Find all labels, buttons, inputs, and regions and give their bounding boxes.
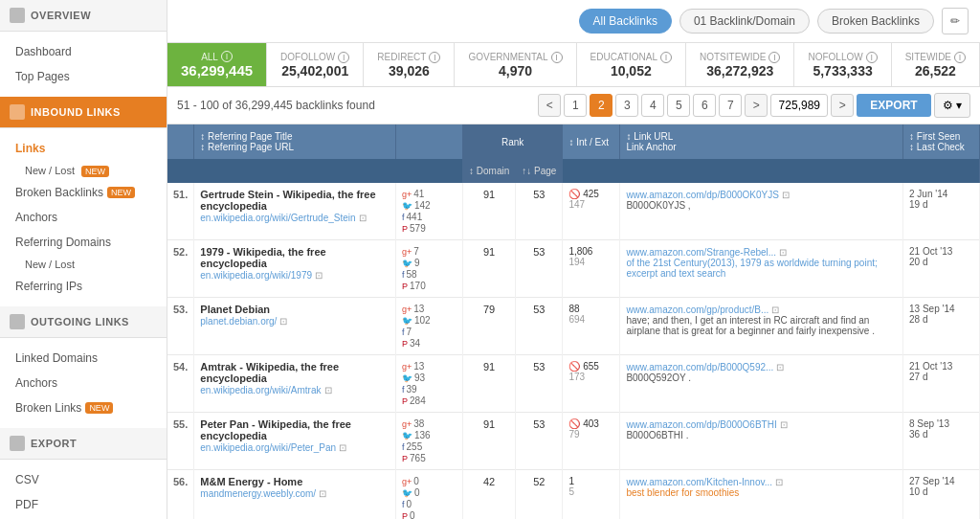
pinterest-icon: P: [402, 282, 408, 291]
page-url[interactable]: en.wikipedia.org/wiki/1979 ⊡: [200, 269, 390, 281]
twitter-count: 9: [414, 258, 420, 268]
educational-info-icon[interactable]: i: [660, 52, 672, 63]
dates-cell: 13 Sep '14 28 d: [903, 298, 980, 355]
page-title: 1979 - Wikipedia, the free encyclopedia: [200, 246, 390, 269]
stat-dofollow[interactable]: DOFOLLOW i 25,402,001: [267, 43, 364, 86]
link-icon: ⊡: [782, 190, 790, 200]
sidebar-item-pdf[interactable]: PDF: [0, 492, 167, 517]
export-icon: [10, 436, 25, 451]
pinterest-count: 284: [410, 395, 426, 406]
sidebar-item-anchors2[interactable]: Anchors: [0, 371, 167, 395]
page-4-btn[interactable]: 4: [641, 94, 664, 117]
col-referring-page[interactable]: ↕ Referring Page Title ↕ Referring Page …: [194, 124, 396, 159]
one-backlink-tab[interactable]: 01 Backlink/Domain: [679, 9, 810, 34]
stat-all[interactable]: ALL i 36,299,445: [167, 43, 267, 86]
page-url[interactable]: mandmenergy.weebly.com/ ⊡: [200, 487, 390, 499]
link-url-cell[interactable]: www.amazon.com/Strange-Rebel... ⊡: [626, 246, 897, 258]
redirect-info-icon[interactable]: i: [429, 52, 440, 63]
pinterest-icon: P: [402, 339, 408, 349]
external-link-icon: ⊡: [319, 488, 326, 499]
sidebar-sub-new-lost2[interactable]: New / Lost: [0, 255, 167, 274]
stat-educational[interactable]: EDUCATIONAL i 10,052: [577, 43, 686, 86]
sidebar-item-broken-links[interactable]: Broken Links NEW: [0, 395, 167, 420]
first-seen-header: ↕ First Seen: [909, 131, 960, 142]
link-url-cell[interactable]: www.amazon.com/Kitchen-Innov... ⊡: [626, 476, 897, 487]
sidebar-item-csv[interactable]: CSV: [0, 467, 167, 492]
page-url[interactable]: en.wikipedia.org/wiki/Peter_Pan ⊡: [200, 441, 390, 453]
dates-cell: 27 Sep '14 10 d: [903, 470, 980, 520]
page-info: Peter Pan - Wikipedia, the free encyclop…: [194, 413, 396, 470]
page-url[interactable]: en.wikipedia.org/wiki/Amtrak ⊡: [200, 384, 390, 395]
stat-notsitewide[interactable]: NOTSITEWIDE i 36,272,923: [686, 43, 794, 86]
educational-value: 10,052: [611, 63, 652, 79]
export-button[interactable]: EXPORT: [857, 94, 930, 117]
notsitewide-info-icon[interactable]: i: [768, 52, 780, 63]
link-anchor-cell: B000OK0YJS ,: [626, 200, 897, 211]
twitter-count: 102: [414, 315, 431, 326]
table-header-row: ↕ Referring Page Title ↕ Referring Page …: [167, 124, 980, 159]
all-info-icon[interactable]: i: [221, 51, 233, 62]
sidebar-item-dashboard[interactable]: Dashboard: [0, 39, 167, 64]
link-url-cell[interactable]: www.amazon.com/gp/product/B... ⊡: [626, 304, 897, 315]
col-int-ext[interactable]: ↕ Int / Ext: [563, 124, 620, 159]
page-info: M&M Energy - Home mandmenergy.weebly.com…: [194, 470, 396, 520]
settings-button[interactable]: ⚙ ▾: [934, 93, 970, 118]
sidebar-item-broken-backlinks[interactable]: Broken Backlinks NEW: [0, 180, 167, 205]
page-2-btn[interactable]: 2: [590, 94, 612, 117]
nofollow-info-icon[interactable]: i: [866, 52, 878, 63]
all-backlinks-tab[interactable]: All Backlinks: [579, 9, 672, 34]
first-seen: 21 Oct '13: [909, 246, 973, 257]
col-rank: Rank: [463, 124, 563, 159]
link-icon: ⊡: [775, 477, 783, 487]
sidebar-item-top-pages[interactable]: Top Pages: [0, 64, 167, 89]
page-7-btn[interactable]: 7: [719, 94, 742, 117]
sitewide-info-icon[interactable]: i: [954, 52, 966, 63]
dofollow-info-icon[interactable]: i: [338, 52, 349, 63]
stat-redirect[interactable]: REDIRECT i 39,026: [364, 43, 455, 86]
page-6-btn[interactable]: 6: [693, 94, 716, 117]
link-url-cell[interactable]: www.amazon.com/dp/B000OK0YJS ⊡: [626, 189, 897, 200]
page-3-btn[interactable]: 3: [615, 94, 638, 117]
broken-backlinks-tab[interactable]: Broken Backlinks: [817, 9, 934, 34]
page-url[interactable]: en.wikipedia.org/wiki/Gertrude_Stein ⊡: [200, 212, 390, 223]
page-next-btn[interactable]: >: [745, 94, 768, 117]
page-5-btn[interactable]: 5: [667, 94, 690, 117]
facebook-icon: f: [402, 213, 405, 222]
sidebar-item-links[interactable]: Links: [0, 136, 167, 161]
governmental-info-icon[interactable]: i: [551, 52, 563, 63]
google-count: 0: [413, 476, 419, 486]
stat-governmental[interactable]: GOVERNMENTAL i 4,970: [455, 43, 576, 86]
col-link-url[interactable]: ↕ Link URL Link Anchor: [620, 124, 903, 159]
sidebar-item-linked-domains[interactable]: Linked Domains: [0, 346, 167, 371]
stat-sitewide[interactable]: SITEWIDE i 26,522: [892, 43, 980, 86]
referring-ips-label: Referring IPs: [15, 280, 82, 293]
twitter-count: 0: [414, 487, 420, 498]
main-content: All Backlinks 01 Backlink/Domain Broken …: [167, 0, 980, 519]
sidebar-item-referring-ips[interactable]: Referring IPs: [0, 274, 167, 299]
sidebar-item-anchors[interactable]: Anchors: [0, 205, 167, 230]
broken-new-badge: NEW: [107, 187, 135, 198]
page-url[interactable]: planet.debian.org/ ⊡: [200, 315, 390, 327]
page-prev-btn[interactable]: <: [538, 94, 561, 117]
last-check-header: ↕ Last Check: [909, 142, 965, 152]
facebook-icon: f: [402, 500, 405, 509]
page-1-btn[interactable]: 1: [564, 94, 587, 117]
page-title: M&M Energy - Home: [200, 476, 390, 487]
link-url-cell[interactable]: www.amazon.com/dp/B000O6BTHI ⊡: [626, 418, 897, 430]
edit-button[interactable]: ✏: [942, 8, 969, 34]
anchors-label: Anchors: [15, 211, 57, 224]
twitter-count: 136: [414, 430, 431, 440]
referring-domains-label: Referring Domains: [15, 236, 111, 249]
page-number-input[interactable]: [770, 94, 828, 117]
link-url-cell[interactable]: www.amazon.com/dp/B000Q592... ⊡: [626, 361, 897, 372]
rank-page-header[interactable]: ↑↓ Page: [516, 159, 563, 183]
col-dates[interactable]: ↕ First Seen ↕ Last Check: [903, 124, 980, 159]
page-jump-btn[interactable]: >: [831, 94, 854, 117]
rank-page: 53: [516, 298, 563, 355]
stat-nofollow[interactable]: NOFOLLOW i 5,733,333: [794, 43, 891, 86]
social-stats: g+ 13 🐦 93 f 39 P 284: [396, 355, 463, 413]
rank-domain-header[interactable]: ↕ Domain: [463, 159, 516, 183]
row-number: 54.: [167, 355, 194, 413]
sidebar-item-referring-domains[interactable]: Referring Domains: [0, 230, 167, 255]
sidebar-sub-new-lost[interactable]: New / Lost NEW: [0, 161, 167, 180]
